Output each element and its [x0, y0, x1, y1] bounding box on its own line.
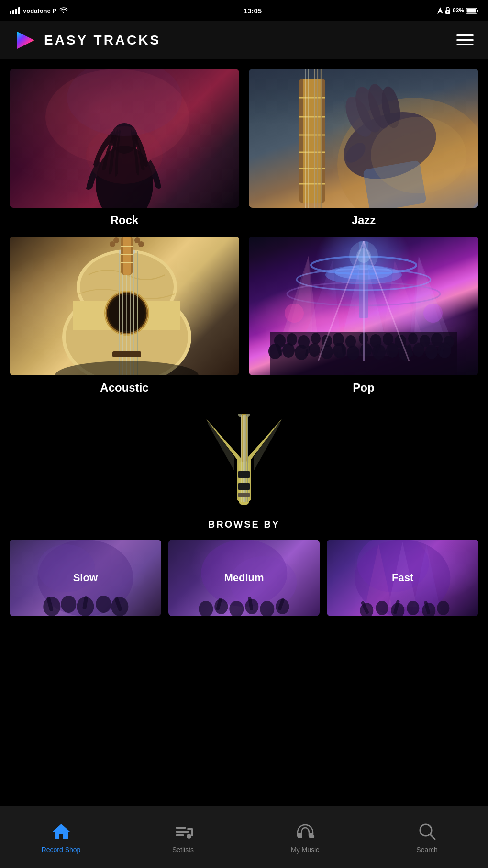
svg-point-184 [187, 834, 191, 839]
svg-rect-52 [112, 351, 141, 357]
status-bar: vodafone P 13:05 93% [0, 0, 488, 21]
svg-point-148 [96, 596, 111, 613]
svg-point-98 [321, 345, 333, 359]
battery-percent: 93% [453, 7, 464, 14]
nav-item-search[interactable]: Search [366, 821, 488, 854]
pop-concert [249, 237, 478, 375]
svg-point-101 [360, 343, 372, 357]
status-time: 13:05 [244, 7, 262, 15]
svg-point-82 [311, 333, 321, 344]
svg-point-105 [413, 343, 424, 357]
nav-item-setlists[interactable]: Setlists [122, 821, 244, 854]
svg-marker-121 [206, 418, 244, 505]
svg-line-190 [430, 834, 435, 839]
svg-point-120 [423, 304, 443, 323]
browse-by-heading: BROWSE BY [208, 519, 280, 530]
rock-figure [10, 69, 239, 208]
app-title: EASY TRACKS [44, 33, 161, 48]
svg-rect-139 [238, 493, 250, 497]
lock-icon [445, 7, 451, 14]
app-logo-icon [14, 29, 37, 52]
battery-icon [466, 8, 478, 14]
svg-point-144 [37, 544, 95, 592]
nav-item-my-music[interactable]: My Music [244, 821, 366, 854]
genre-card-rock[interactable]: Rock [10, 69, 239, 227]
genre-card-acoustic[interactable]: Acoustic [10, 237, 239, 395]
jazz-figure [249, 69, 478, 208]
nav-label-setlists: Setlists [172, 846, 194, 854]
setlists-icon [173, 821, 194, 842]
svg-point-1 [447, 11, 448, 13]
svg-marker-5 [17, 32, 34, 49]
genre-image-jazz [249, 69, 478, 208]
svg-point-106 [425, 345, 438, 359]
svg-marker-122 [244, 418, 282, 505]
svg-rect-183 [176, 834, 184, 836]
nav-label-search: Search [416, 846, 437, 854]
svg-point-156 [199, 601, 213, 616]
status-left: vodafone P [10, 7, 68, 14]
carrier-name: vodafone P [23, 7, 56, 14]
genre-label-jazz: Jazz [352, 214, 376, 227]
svg-rect-138 [238, 483, 250, 490]
svg-rect-3 [477, 10, 478, 12]
svg-rect-187 [298, 833, 301, 838]
menu-button[interactable] [456, 34, 474, 45]
svg-point-63 [138, 241, 144, 247]
tempo-card-fast[interactable]: Fast [327, 540, 478, 616]
svg-point-118 [356, 248, 371, 263]
svg-rect-181 [176, 827, 186, 829]
svg-rect-188 [309, 833, 313, 838]
acoustic-figure [10, 237, 239, 375]
svg-point-146 [61, 596, 76, 613]
genre-label-acoustic: Acoustic [100, 381, 148, 395]
status-right: 93% [437, 7, 478, 14]
svg-point-176 [437, 601, 450, 615]
svg-point-95 [282, 343, 295, 358]
nav-item-record-shop[interactable]: Record Shop [0, 821, 122, 854]
svg-point-107 [438, 343, 451, 358]
svg-point-174 [407, 601, 420, 615]
nav-label-record-shop: Record Shop [42, 846, 81, 854]
wifi-icon [59, 7, 68, 14]
tempo-card-medium[interactable]: Medium [168, 540, 320, 616]
svg-point-97 [309, 343, 320, 357]
tempo-label-slow: Slow [73, 572, 98, 584]
browse-section: BROWSE BY Slow [0, 404, 488, 626]
genre-image-acoustic [10, 237, 239, 375]
genre-image-pop [249, 237, 478, 375]
svg-marker-140 [207, 419, 234, 471]
svg-rect-137 [238, 471, 250, 478]
svg-point-172 [376, 601, 388, 615]
home-icon [51, 821, 72, 842]
genre-label-rock: Rock [111, 214, 139, 227]
svg-point-35 [371, 117, 466, 193]
tempo-grid: Slow Medium [10, 540, 478, 616]
app-header: EASY TRACKS [0, 21, 488, 59]
search-icon [417, 821, 438, 842]
genre-card-pop[interactable]: Pop [249, 237, 478, 395]
tempo-card-slow[interactable]: Slow [10, 540, 161, 616]
svg-point-103 [386, 343, 399, 358]
svg-point-119 [285, 304, 304, 323]
svg-point-90 [408, 333, 418, 344]
signal-bars [10, 7, 20, 14]
svg-point-100 [347, 346, 359, 360]
svg-marker-141 [254, 419, 281, 471]
svg-marker-180 [53, 824, 70, 839]
svg-rect-186 [187, 828, 193, 830]
genre-image-rock [10, 69, 239, 208]
nav-icon [437, 7, 443, 14]
svg-point-85 [345, 335, 356, 348]
tempo-label-fast: Fast [392, 572, 413, 584]
svg-rect-182 [176, 831, 189, 833]
svg-rect-56 [123, 237, 131, 275]
svg-point-61 [110, 241, 115, 247]
bottom-nav: Record Shop Setlists My M [0, 806, 488, 868]
genre-card-jazz[interactable]: Jazz [249, 69, 478, 227]
nav-label-my-music: My Music [291, 846, 319, 854]
svg-rect-4 [466, 9, 476, 12]
header-logo: EASY TRACKS [14, 29, 161, 52]
genre-grid: Rock [0, 59, 488, 404]
tempo-label-medium: Medium [224, 572, 264, 584]
